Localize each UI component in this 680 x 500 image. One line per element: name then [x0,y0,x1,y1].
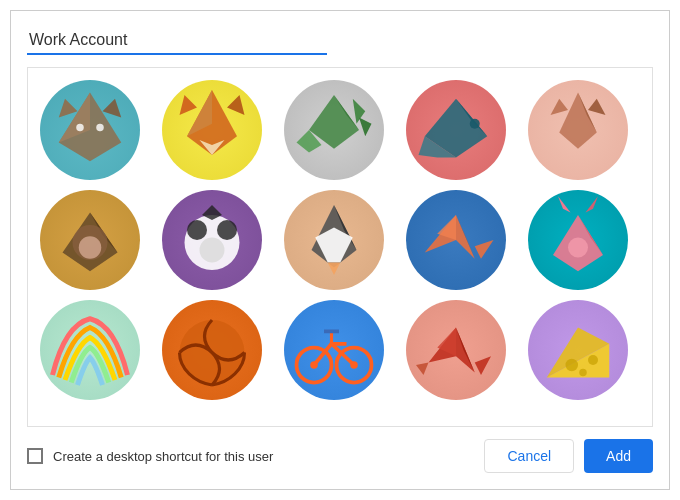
svg-point-5 [96,124,104,132]
svg-point-30 [217,220,237,240]
svg-marker-40 [475,240,494,259]
svg-point-27 [79,236,102,259]
svg-marker-14 [359,118,372,137]
cancel-button[interactable]: Cancel [484,439,574,473]
svg-point-19 [470,119,480,129]
svg-point-63 [566,359,579,372]
svg-point-65 [579,369,587,377]
name-input-container [27,27,653,55]
action-buttons: Cancel Add [484,439,653,473]
avatar-12[interactable] [162,300,262,400]
svg-point-31 [200,238,225,263]
avatar-11[interactable] [40,300,140,400]
avatar-6[interactable] [40,190,140,290]
svg-marker-60 [416,363,429,376]
svg-point-64 [588,355,598,365]
avatar-grid [40,80,640,400]
svg-marker-2 [59,99,78,118]
svg-point-29 [187,220,207,240]
svg-marker-3 [103,99,122,118]
add-button[interactable]: Add [584,439,653,473]
avatar-1[interactable] [40,80,140,180]
avatar-13[interactable] [284,300,384,400]
svg-marker-8 [180,95,198,115]
svg-marker-36 [328,263,341,276]
add-user-dialog: Create a desktop shortcut for this user … [10,10,670,490]
name-input[interactable] [27,27,327,55]
avatar-4[interactable] [406,80,506,180]
avatar-3[interactable] [284,80,384,180]
svg-point-4 [76,124,84,132]
desktop-shortcut-label[interactable]: Create a desktop shortcut for this user [27,448,273,464]
avatar-7[interactable] [162,190,262,290]
avatar-5[interactable] [528,80,628,180]
desktop-shortcut-checkbox[interactable] [27,448,43,464]
avatar-10[interactable] [528,190,628,290]
desktop-shortcut-text: Create a desktop shortcut for this user [53,449,273,464]
dialog-footer: Create a desktop shortcut for this user … [27,439,653,473]
svg-marker-9 [227,95,245,115]
avatar-grid-wrapper[interactable] [28,68,652,426]
svg-marker-44 [586,196,599,212]
svg-marker-22 [551,99,569,115]
svg-marker-59 [475,356,491,375]
svg-marker-43 [558,196,571,212]
svg-marker-23 [588,99,606,115]
avatar-2[interactable] [162,80,262,180]
avatar-14[interactable] [406,300,506,400]
avatar-scroll-area [27,67,653,427]
avatar-9[interactable] [406,190,506,290]
svg-point-45 [568,238,588,258]
avatar-15[interactable] [528,300,628,400]
avatar-8[interactable] [284,190,384,290]
